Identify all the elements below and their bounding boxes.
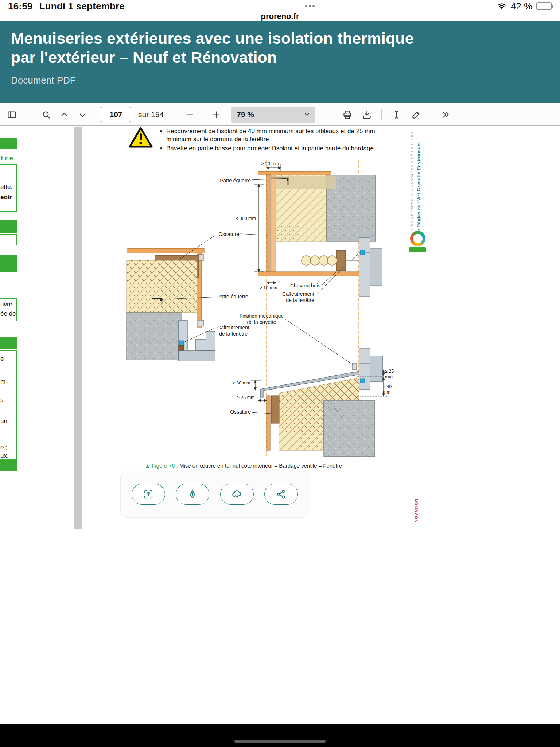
program-logo-ribbon	[409, 247, 426, 252]
toolbar-separator	[431, 109, 431, 120]
page-edge-green-box	[0, 138, 17, 149]
download-icon	[362, 110, 372, 120]
chevron-up-icon	[59, 110, 69, 120]
chevron-down-icon	[78, 110, 88, 120]
figure-label-fixation-bavette: Fixation mécanique de la bavette	[239, 313, 284, 325]
page-edge-fragment: tre	[1, 154, 15, 162]
figure-label-calfeutrement-jamb: Calfeutrement de la fenêtre	[213, 325, 253, 337]
pdf-toolbar: sur 154 79 %	[0, 103, 560, 126]
margin-novation-text: NOVATION	[414, 489, 419, 522]
page-edge-green-box	[0, 220, 17, 233]
figure-label-dim25-right: ≥ 25 mm	[385, 369, 394, 380]
page-edge-green-box	[0, 255, 17, 272]
page-subtitle: Document PDF	[11, 75, 545, 86]
figure-label-patte-equerre-top: Patte équerre	[203, 178, 251, 184]
page-edge-cell: uvre. ée de	[0, 298, 17, 321]
figure-caption: ▲ Figure 76 : Mise en œuvre en tunnel cô…	[145, 462, 342, 469]
status-date: Lundi 1 septembre	[39, 1, 125, 12]
app-switcher-dots: •••	[125, 2, 496, 11]
figure-label-dim30: ≥ 30 mm	[233, 380, 250, 386]
toolbar-separator	[96, 109, 96, 120]
warning-notes: Recouvrement de l’isolant de 40 mm minim…	[160, 127, 379, 154]
warning-note: Recouvrement de l’isolant de 40 mm minim…	[166, 127, 379, 143]
annotate-pen-button[interactable]	[176, 484, 209, 505]
save-button[interactable]	[359, 107, 375, 123]
hero-banner: Menuiseries extérieures avec une isolati…	[0, 21, 560, 103]
toolbar-separator	[203, 109, 203, 120]
page-edge-fragment: un	[0, 418, 7, 425]
more-tools-button[interactable]	[438, 107, 454, 123]
page-edge-fragment: s	[0, 396, 4, 404]
printer-icon	[342, 110, 352, 120]
print-button[interactable]	[339, 107, 355, 123]
battery-percent: 42 %	[511, 1, 532, 12]
detail-window-sill	[260, 349, 383, 457]
page-edge-fragment: ux.	[0, 452, 9, 460]
figure-caption-number: ▲ Figure 76 :	[145, 462, 178, 469]
figure-label-ossature-bottom: Ossature	[219, 409, 251, 415]
page-edge-fragment: e ;	[0, 444, 7, 451]
figure-label-dim10: ≥ 10 mm	[260, 285, 277, 291]
zoom-out-button[interactable]	[182, 107, 198, 123]
sidebar-toggle-button[interactable]	[4, 107, 20, 123]
program-logo-circle	[410, 231, 425, 246]
vertical-scrollbar[interactable]	[74, 127, 82, 529]
plus-icon	[211, 110, 221, 120]
page-edge-fragment: m-	[0, 378, 8, 386]
program-logo	[409, 231, 427, 252]
toolbar-separator	[381, 109, 382, 120]
text-cursor-icon	[392, 110, 401, 120]
home-indicator[interactable]	[234, 740, 326, 743]
margin-rules-text: « Règles de l’Art Grenelle Environnem	[416, 126, 421, 232]
previous-page-button[interactable]	[56, 107, 72, 123]
detail-window-jamb	[127, 248, 215, 361]
status-bar: 16:59 Lundi 1 septembre ••• 42 %	[0, 0, 560, 12]
page-number-input[interactable]	[101, 107, 131, 122]
next-page-button[interactable]	[74, 107, 90, 123]
detail-window-head	[258, 171, 382, 296]
warning-icon	[128, 126, 154, 149]
pen-icon	[411, 110, 421, 120]
page-edge-cell: e m- s un e ; ux.	[0, 350, 17, 460]
chevron-down-icon	[304, 111, 310, 118]
share-button[interactable]	[264, 484, 298, 505]
clock: 16:59	[8, 1, 33, 12]
text-select-button[interactable]	[388, 107, 404, 123]
page-edge-fragment: ée de	[0, 310, 16, 317]
search-icon	[41, 110, 51, 120]
figure-label-dim40-right: ≥ 40 mm	[383, 384, 392, 395]
pdf-viewer-content: tre ette. eoir uvre. ée de e m- s un e ;…	[0, 126, 560, 724]
minus-icon	[185, 110, 195, 120]
search-button[interactable]	[38, 107, 54, 123]
document-actions-panel	[120, 471, 309, 518]
page-edge-fragment: uvre.	[0, 301, 14, 308]
site-domain: proreno.fr	[0, 12, 560, 21]
download-document-button[interactable]	[220, 484, 254, 505]
figure-label-patte-equerre-left: Patte équerre	[217, 294, 248, 300]
annotate-button[interactable]	[408, 107, 424, 123]
cloud-download-icon	[232, 489, 242, 500]
text-recognition-icon	[143, 489, 154, 500]
page-edge-cell	[0, 234, 17, 245]
page-edge-green-box	[0, 337, 17, 349]
chevron-double-right-icon	[441, 110, 451, 120]
page-title: Menuiseries extérieures avec une isolati…	[11, 29, 430, 67]
figure-caption-text: Mise en œuvre en tunnel côté intérieur –…	[178, 462, 342, 469]
zoom-level-select[interactable]: 79 %	[231, 107, 315, 123]
figure-label-dim25-left: ≥ 25 mm	[237, 395, 255, 400]
page-edge-cell: ette. eoir	[0, 164, 17, 212]
pen-nib-icon	[187, 489, 198, 500]
page-edge-green-box	[0, 460, 17, 471]
wifi-icon	[496, 2, 507, 11]
zoom-in-button[interactable]	[208, 107, 224, 123]
text-recognition-button[interactable]	[132, 484, 165, 505]
page-edge-fragment: eoir	[0, 194, 12, 201]
margin-program-text: PROGRAMME D’ACCOMPAGNEMENT DES PROF	[410, 126, 413, 230]
figure-label-dim20: ≥ 20 mm	[255, 161, 285, 167]
figure-label-calfeutrement-head: Calfeutrement de la fenêtre	[276, 291, 314, 303]
figure-label-dim300: < 300 mm	[236, 216, 256, 221]
technical-figure	[124, 157, 401, 460]
pages-total-label: sur 154	[138, 110, 164, 119]
figure-label-chevron-bois: Chevron bois	[290, 283, 320, 289]
zoom-level-value: 79 %	[237, 110, 254, 119]
